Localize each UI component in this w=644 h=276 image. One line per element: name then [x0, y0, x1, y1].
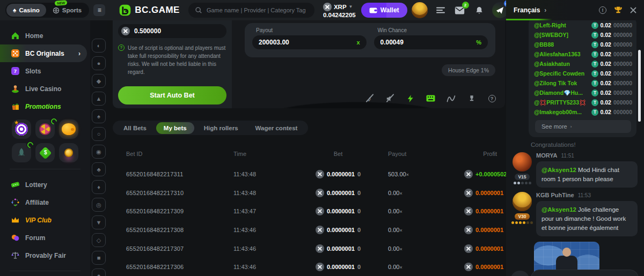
chat-rules-icon[interactable]: ! [599, 6, 606, 14]
tab-all-bets[interactable]: All Bets [116, 122, 154, 134]
avatar[interactable] [513, 152, 532, 171]
table-row[interactable]: 6552016848221731011:43:480.000000100.00×… [113, 184, 505, 203]
table-row[interactable]: 6552016848221730911:43:470.000000100.00×… [113, 202, 505, 221]
winner-username[interactable]: @Specific Cowden [534, 70, 584, 77]
sidebar-item-lottery[interactable]: Lottery [0, 176, 90, 193]
avatar[interactable] [513, 192, 532, 211]
table-row[interactable]: 6552016848221730711:43:460.000000100.00×… [113, 239, 505, 258]
sidebar-item-vip-club[interactable]: VIP Club [0, 211, 90, 229]
originals-game-shortcut-icon[interactable]: ● [92, 56, 106, 70]
win-chance-input[interactable]: 0.00049 % [374, 35, 488, 49]
quest-list-button[interactable] [434, 4, 447, 17]
winner-username[interactable]: @[SWEBOY] [534, 32, 568, 38]
sound-mute-button[interactable] [385, 94, 394, 103]
message-username[interactable]: KGB PuhTine [536, 192, 574, 198]
winner-row[interactable]: @Zilong Tik TokT0.02000000 [534, 78, 632, 88]
table-row[interactable]: 6552016848221730611:43:460.000000100.00×… [113, 258, 505, 276]
sidebar-item-live-casino[interactable]: Live Casino [0, 80, 90, 98]
winner-username[interactable]: @Zilong Tik Tok [534, 80, 577, 86]
winner-row[interactable]: @Left-RightT0.02000000 [534, 20, 632, 30]
bet-amount-input[interactable]: 0.500000 [118, 24, 226, 38]
tab-my-bets[interactable]: My bets [156, 122, 194, 134]
hotkeys-button[interactable] [426, 94, 435, 103]
winner-row[interactable]: @Aliesfahan1363T0.02000000 [534, 49, 632, 59]
originals-game-shortcut-icon[interactable]: ▼ [92, 215, 106, 229]
piggy-bank-game-icon[interactable] [59, 120, 78, 139]
bet-id[interactable]: 65520168482217306 [126, 264, 233, 270]
winner-row[interactable]: @💢PRITTY5233💢T0.02000000 [534, 98, 632, 107]
dart-game-icon[interactable] [12, 120, 31, 139]
start-auto-bet-button[interactable]: Start Auto Bet [118, 86, 226, 105]
bc-game-logo[interactable]: BC.GAME [119, 4, 180, 16]
chat-scrollbar[interactable] [638, 50, 641, 122]
winner-username[interactable]: @💢PRITTY5233💢 [534, 99, 586, 106]
winner-row[interactable]: @Specific CowdenT0.02000000 [534, 69, 632, 78]
winner-row[interactable]: @Diamond💎Hu...T0.02000000 [534, 88, 632, 98]
sidebar-item-home[interactable]: Home [0, 27, 90, 44]
bet-id[interactable]: 65520168482217309 [126, 208, 233, 214]
user-avatar[interactable] [412, 2, 428, 18]
tab-high-rollers[interactable]: High rollers [196, 122, 246, 134]
casino-toggle[interactable]: ♠ Casino [6, 4, 46, 17]
see-more-button[interactable]: See more › [535, 120, 631, 133]
notifications-button[interactable] [473, 4, 486, 17]
currency-selector[interactable]: XRP ▼ 0.04242205 [323, 3, 356, 18]
originals-game-shortcut-icon[interactable]: ♣ [92, 162, 106, 176]
sidebar-item-provably-fair[interactable]: Provably Fair [0, 247, 90, 264]
mention-link[interactable]: @Aksyen12 [541, 167, 576, 173]
bet-id[interactable]: 65520168482217310 [126, 190, 233, 196]
winner-username[interactable]: @Asiakhatun [534, 61, 570, 67]
bet-id[interactable]: 65520168482217307 [126, 245, 233, 252]
sidebar-item-affiliate[interactable]: Affiliate [0, 193, 90, 211]
sidebar-item-promotions[interactable]: Promotions [0, 98, 90, 115]
live-stats-button[interactable] [447, 94, 456, 103]
chat-language-tab[interactable]: Français › [514, 6, 546, 14]
winner-row[interactable]: @BB88T0.02000000 [534, 40, 632, 49]
winner-row[interactable]: @Imakegob00m...T0.02000000 [534, 107, 632, 117]
coin-drop-game-icon[interactable] [59, 143, 78, 162]
price-tag-game-icon[interactable] [35, 143, 55, 162]
help-button[interactable]: ? [487, 94, 496, 103]
mention-link[interactable]: @Aksyen12 [541, 206, 576, 213]
wheel-game-icon[interactable] [35, 120, 55, 139]
sidebar-item-slots[interactable]: 7Slots [0, 62, 90, 80]
winner-username[interactable]: @Aliesfahan1363 [534, 51, 581, 57]
mail-button[interactable]: 2 [453, 4, 466, 17]
winner-username[interactable]: @Diamond💎Hu... [534, 89, 583, 96]
originals-game-shortcut-icon[interactable]: ■ [92, 251, 106, 265]
winner-row[interactable]: @AsiakhatunT0.02000000 [534, 59, 632, 69]
originals-game-shortcut-icon[interactable]: ♠ [92, 109, 106, 123]
close-icon[interactable] [630, 7, 636, 13]
winner-username[interactable]: @Left-Right [534, 22, 566, 28]
originals-game-shortcut-icon[interactable]: ◎ [92, 198, 106, 212]
originals-game-shortcut-icon[interactable]: ▲ [92, 92, 106, 106]
rocket-game-icon[interactable] [12, 143, 31, 162]
originals-game-shortcut-icon[interactable]: ◆ [92, 74, 106, 88]
winner-row[interactable]: @[SWEBOY]T0.02000000 [534, 30, 632, 40]
winner-username[interactable]: @BB88 [534, 41, 554, 48]
table-row[interactable]: 6552016848221730811:43:460.000000100.00×… [113, 221, 505, 240]
originals-game-shortcut-icon[interactable]: ♦ [92, 180, 106, 194]
sidebar-item-forum[interactable]: Forum [0, 229, 90, 247]
music-mute-button[interactable]: ♪ [365, 94, 374, 103]
search-bar[interactable]: Game name | Provider | Category Tag [188, 3, 314, 18]
originals-game-shortcut-icon[interactable]: ● [92, 268, 106, 276]
sidebar-item-bc-originals[interactable]: BC Originals› [0, 44, 87, 62]
message-username[interactable]: MORYA [536, 152, 558, 159]
turbo-bet-button[interactable] [406, 94, 415, 103]
menu-button[interactable]: ≡ [93, 4, 105, 16]
originals-game-shortcut-icon[interactable]: ◉ [92, 145, 106, 159]
winner-username[interactable]: @Imakegob00m... [534, 109, 582, 115]
payout-input[interactable]: 200003.00 x [252, 35, 367, 49]
bet-id[interactable]: 65520168482217311 [126, 171, 233, 177]
sports-toggle[interactable]: NEW Sports [46, 4, 88, 17]
bet-id[interactable]: 65520168482217308 [126, 227, 233, 233]
originals-game-shortcut-icon[interactable]: ○ [92, 127, 106, 141]
wallet-button[interactable]: Wallet [361, 3, 407, 18]
tab-wager-contest[interactable]: Wager contest [248, 122, 305, 134]
tournament-cup-button[interactable] [467, 94, 476, 103]
trophy-icon[interactable] [614, 6, 623, 14]
table-row[interactable]: 6552016848221731111:43:480.00000010503.0… [113, 165, 505, 184]
originals-game-shortcut-icon[interactable]: ◐ [92, 39, 106, 53]
originals-game-shortcut-icon[interactable]: ◇ [92, 233, 106, 247]
